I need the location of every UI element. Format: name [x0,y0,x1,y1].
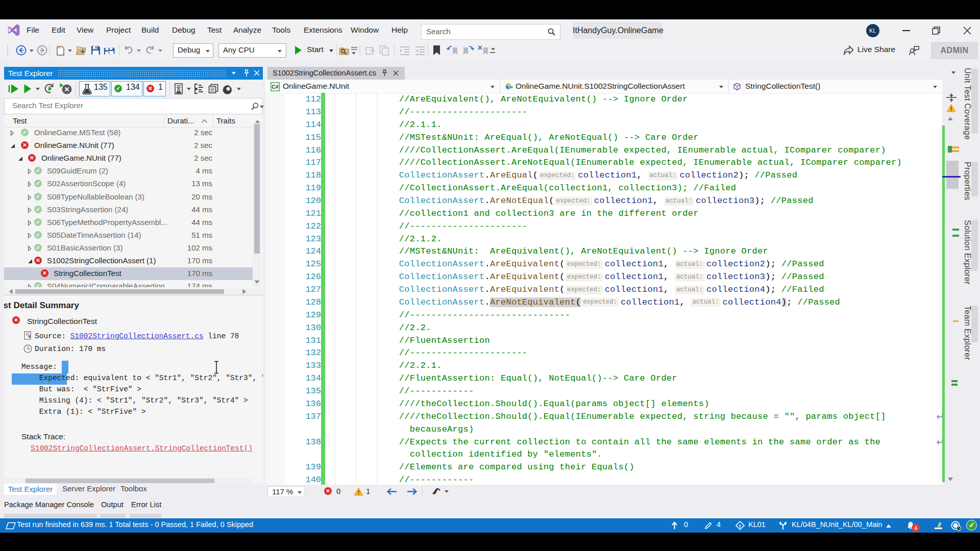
svg-text:C#: C# [272,84,279,90]
